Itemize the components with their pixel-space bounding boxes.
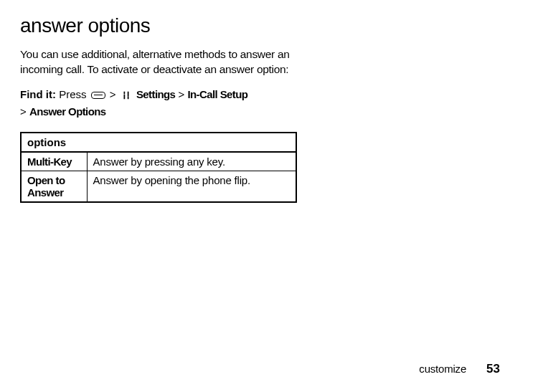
option-name: Open to Answer	[21, 171, 87, 202]
sep2: >	[179, 88, 185, 100]
press-word: Press	[59, 88, 86, 100]
options-header: options	[21, 133, 296, 152]
find-it-label: Find it:	[20, 88, 56, 100]
option-name: Multi-Key	[21, 152, 87, 171]
sep1: >	[110, 88, 116, 100]
footer-section: customize	[419, 363, 466, 375]
menu-key-icon	[91, 92, 105, 99]
settings-icon	[121, 90, 132, 100]
footer-page-number: 53	[486, 362, 500, 376]
page-title: answer options	[20, 14, 543, 37]
intro-text: You can use additional, alternative meth…	[20, 47, 300, 77]
option-desc: Answer by opening the phone flip.	[87, 171, 296, 202]
option-desc: Answer by pressing any key.	[87, 152, 296, 171]
nav-answer-options: Answer Options	[29, 105, 106, 118]
table-row: Open to Answer Answer by opening the pho…	[21, 171, 296, 202]
options-table: options Multi-Key Answer by pressing any…	[20, 132, 297, 203]
nav-in-call-setup: In-Call Setup	[187, 88, 247, 100]
sep3: >	[20, 105, 27, 118]
table-row: Multi-Key Answer by pressing any key.	[21, 152, 296, 171]
page-footer: customize 53	[419, 362, 500, 376]
nav-settings: Settings	[136, 88, 175, 100]
find-it-line: Find it: Press > Settings > In-Call Setu…	[20, 86, 300, 120]
